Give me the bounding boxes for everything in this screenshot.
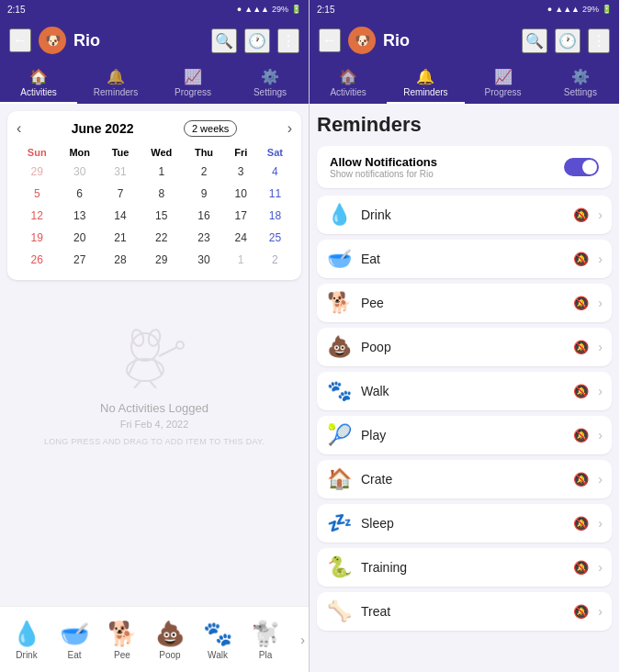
col-tue: Tue [102, 144, 139, 161]
cal-day[interactable]: 27 [58, 249, 102, 271]
cal-day[interactable]: 3 [224, 161, 258, 183]
tab-settings-left[interactable]: ⚙️ Settings [231, 62, 309, 104]
reminder-row-drink[interactable]: 💧 Drink 🔕 › [317, 196, 612, 234]
search-button-left[interactable]: 🔍 [211, 28, 237, 53]
cal-day[interactable]: 12 [17, 205, 58, 227]
no-act-date: Fri Feb 4, 2022 [9, 419, 299, 430]
history-button-right[interactable]: 🕐 [555, 28, 581, 53]
cal-day[interactable]: 7 [102, 183, 139, 205]
bell-off-icon-walk: 🔕 [573, 384, 589, 398]
history-button-left[interactable]: 🕐 [244, 28, 270, 53]
cal-day[interactable]: 16 [184, 205, 223, 227]
cal-day[interactable]: 14 [102, 205, 139, 227]
cal-day[interactable]: 23 [184, 227, 223, 249]
svg-point-2 [130, 329, 145, 347]
reminder-emoji-treat: 🦴 [326, 599, 352, 623]
cal-day[interactable]: 1 [139, 161, 184, 183]
cal-day[interactable]: 10 [224, 183, 258, 205]
cal-day[interactable]: 4 [258, 161, 292, 183]
cal-day[interactable]: 30 [184, 249, 223, 271]
col-sat: Sat [258, 144, 292, 161]
cal-day[interactable]: 28 [102, 249, 139, 271]
reminders-content: Reminders Allow Notifications Show notif… [310, 104, 619, 672]
cal-day[interactable]: 25 [258, 227, 292, 249]
cal-day[interactable]: 29 [17, 161, 58, 183]
reminders-page-title: Reminders [317, 113, 612, 137]
reminder-row-training[interactable]: 🐍 Training 🔕 › [317, 548, 612, 587]
tab-progress-right[interactable]: 📈 Progress [465, 62, 542, 104]
bell-off-icon-eat: 🔕 [573, 252, 589, 266]
notif-label: Allow Notifications [330, 155, 437, 169]
eat-emoji: 🥣 [60, 620, 89, 648]
tab-activities-right[interactable]: 🏠 Activities [310, 62, 387, 104]
two-weeks-button[interactable]: 2 weeks [184, 120, 237, 137]
tab-settings-right[interactable]: ⚙️ Settings [542, 62, 619, 104]
reminder-row-play[interactable]: 🎾 Play 🔕 › [317, 416, 612, 454]
prev-month-button[interactable]: ‹ [17, 120, 21, 137]
cal-day[interactable]: 8 [139, 183, 184, 205]
cal-day[interactable]: 26 [17, 249, 58, 271]
cal-day[interactable]: 24 [224, 227, 258, 249]
next-month-button[interactable]: › [287, 120, 292, 137]
search-button-right[interactable]: 🔍 [522, 28, 547, 53]
back-button-left[interactable]: ← [9, 28, 31, 52]
play-label: Pla [259, 650, 272, 660]
tab-progress-left[interactable]: 📈 Progress [154, 62, 231, 104]
act-play[interactable]: 🐩 Pla [242, 620, 288, 660]
home-icon: 🏠 [29, 68, 48, 85]
act-poop[interactable]: 💩 Poop [147, 620, 193, 660]
walk-label: Walk [208, 650, 228, 660]
back-button-right[interactable]: ← [319, 28, 341, 52]
pet-name-left: Rio [73, 31, 204, 50]
status-bar-right: 2:15 ● ▲▲▲ 29% 🔋 [310, 0, 619, 18]
cal-day[interactable]: 6 [58, 183, 102, 205]
chevron-right-icon-walk: › [598, 384, 603, 398]
cal-day[interactable]: 11 [258, 183, 292, 205]
bell-off-icon-pee: 🔕 [573, 296, 589, 310]
play-emoji: 🐩 [251, 620, 280, 648]
cal-day[interactable]: 9 [184, 183, 223, 205]
act-eat[interactable]: 🥣 Eat [51, 620, 97, 660]
notifications-toggle[interactable] [564, 158, 599, 176]
cal-day[interactable]: 19 [17, 227, 58, 249]
act-walk[interactable]: 🐾 Walk [195, 620, 241, 660]
cal-day[interactable]: 20 [58, 227, 102, 249]
status-bar-left: 2:15 ● ▲▲▲ 29% 🔋 [0, 0, 309, 18]
tab-reminders-left[interactable]: 🔔 Reminders [77, 62, 154, 104]
activity-scroll-right[interactable]: › [300, 633, 305, 647]
reminder-emoji-training: 🐍 [326, 555, 352, 579]
cal-day[interactable]: 21 [102, 227, 139, 249]
cal-day[interactable]: 18 [258, 205, 292, 227]
notif-header: Allow Notifications Show notifications f… [330, 155, 599, 179]
cal-day[interactable]: 29 [139, 249, 184, 271]
reminder-row-poop[interactable]: 💩 Poop 🔕 › [317, 328, 612, 366]
act-drink[interactable]: 💧 Drink [4, 620, 50, 660]
chevron-right-icon-training: › [598, 560, 603, 575]
cal-day[interactable]: 22 [139, 227, 184, 249]
tab-reminders-right[interactable]: 🔔 Reminders [387, 62, 464, 104]
reminder-row-eat[interactable]: 🥣 Eat 🔕 › [317, 240, 612, 278]
more-button-left[interactable]: ⋮ [277, 28, 299, 53]
tab-activities-left[interactable]: 🏠 Activities [0, 62, 77, 104]
cal-day[interactable]: 5 [17, 183, 58, 205]
reminder-row-treat[interactable]: 🦴 Treat 🔕 › [317, 592, 612, 631]
reminder-row-crate[interactable]: 🏠 Crate 🔕 › [317, 460, 612, 498]
cal-day[interactable]: 13 [58, 205, 102, 227]
dog-illustration [108, 306, 200, 388]
eat-label: Eat [67, 650, 81, 660]
cal-day[interactable]: 2 [184, 161, 223, 183]
reminder-row-walk[interactable]: 🐾 Walk 🔕 › [317, 372, 612, 410]
reminder-row-sleep[interactable]: 💤 Sleep 🔕 › [317, 504, 612, 543]
cal-day[interactable]: 2 [258, 249, 292, 271]
cal-day[interactable]: 30 [58, 161, 102, 183]
cal-day[interactable]: 31 [102, 161, 139, 183]
reminder-row-pee[interactable]: 🐕 Pee 🔕 › [317, 284, 612, 322]
chevron-right-icon-poop: › [598, 340, 603, 354]
reminder-list: 💧 Drink 🔕 › 🥣 Eat 🔕 › 🐕 Pee 🔕 › 💩 Poop 🔕… [317, 196, 612, 631]
chart-icon: 📈 [184, 68, 202, 85]
cal-day[interactable]: 1 [224, 249, 258, 271]
act-pee[interactable]: 🐕 Pee [99, 620, 145, 660]
cal-day[interactable]: 17 [224, 205, 258, 227]
more-button-right[interactable]: ⋮ [588, 28, 610, 53]
cal-day[interactable]: 15 [139, 205, 184, 227]
